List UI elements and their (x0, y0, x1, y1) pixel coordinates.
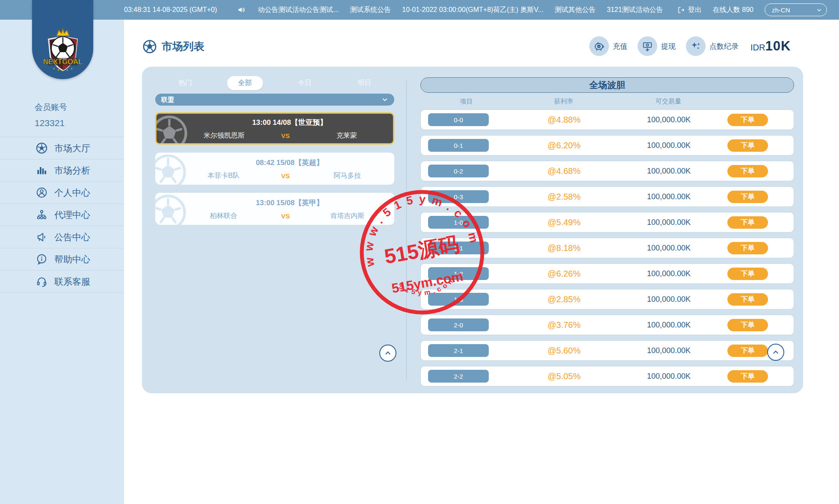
sidebar-item-label: 联系客服 (54, 276, 90, 288)
match-time-league: 13:00 14/08【世亚预】 (195, 118, 384, 127)
place-order-button[interactable]: 下单 (727, 139, 768, 152)
server-time: 03:48:31 14-08-2025 (GMT+0) (124, 0, 217, 20)
place-order-button[interactable]: 下单 (727, 242, 768, 254)
member-account-id: 123321 (35, 118, 67, 128)
odds-row: 1-3 @2.85% 100,000.00K 下单 (420, 289, 794, 309)
profit-rate: @4.88% (513, 115, 615, 125)
home-team: 柏林联合 (181, 212, 266, 221)
odds-row: 0-0 @4.88% 100,000.00K 下单 (420, 109, 794, 130)
announcement-item: 动公告测试活动公告测试... (258, 6, 339, 15)
header-action-label: 充值 (613, 41, 627, 51)
sidebar-item[interactable]: 市场大厅 (0, 137, 124, 159)
place-order-button[interactable]: 下单 (727, 370, 768, 383)
place-order-button[interactable]: 下单 (727, 114, 768, 126)
page-title: 市场列表 (143, 39, 204, 53)
market-tab-label: 明日 (346, 76, 382, 90)
header-action[interactable]: 提现 (638, 36, 676, 56)
market-tab[interactable]: 明日 (334, 76, 394, 90)
scroll-top-button-right[interactable] (767, 344, 784, 361)
header-actions: 充值 提现 点数纪录 IDR10K (589, 36, 791, 56)
place-order-button[interactable]: 下单 (727, 216, 768, 229)
profit-rate: @2.58% (513, 192, 615, 202)
topbar: 03:48:31 14-08-2025 (GMT+0) 动公告测试活动公告测试.… (0, 0, 839, 20)
vs-label: VS (266, 132, 305, 139)
profit-rate: @8.18% (513, 243, 615, 253)
header-action-label: 点数纪录 (709, 41, 739, 51)
language-value: zh-CN (772, 6, 790, 14)
tradeable-volume: 100,000.00K (615, 295, 722, 304)
tradeable-volume: 100,000.00K (615, 346, 722, 355)
profit-rate: @6.26% (513, 269, 615, 279)
odds-row: 0-1 @6.20% 100,000.00K 下单 (420, 135, 794, 156)
league-filter-dropdown[interactable]: 联盟 (155, 94, 394, 106)
profit-rate: @4.68% (513, 166, 615, 176)
place-order-button[interactable]: 下单 (727, 293, 768, 306)
profit-rate: @3.76% (513, 320, 615, 330)
sidebar-item[interactable]: 公告中心 (0, 226, 124, 248)
market-tab-label: 热门 (167, 76, 203, 90)
sidebar-item[interactable]: 帮助中心 (0, 248, 124, 270)
place-order-button[interactable]: 下单 (727, 345, 768, 357)
odds-row: 2-2 @5.05% 100,000.00K 下单 (420, 366, 794, 386)
odds-column-headers: 项目 获利率 可交易量 (420, 97, 794, 106)
odds-row: 0-3 @2.58% 100,000.00K 下单 (420, 186, 794, 207)
football-icon (36, 142, 47, 154)
balance: IDR10K (750, 38, 791, 54)
tradeable-volume: 100,000.00K (615, 141, 722, 150)
scroll-top-button-left[interactable] (379, 345, 396, 362)
tradeable-volume: 100,000.00K (615, 269, 722, 278)
place-order-button[interactable]: 下单 (727, 191, 768, 203)
profit-rate: @5.49% (513, 218, 615, 227)
sidebar-item[interactable]: 个人中心 (0, 181, 124, 203)
match-card[interactable]: 13:00 15/08【英甲】 柏林联合 VS 肯塔吉内斯 (155, 193, 394, 225)
piggy-bank-icon (589, 36, 609, 56)
market-tabs: 热门 全部 今日 明日 (155, 76, 394, 90)
member-account-label: 会员账号 (35, 102, 67, 113)
logout-button[interactable]: 登出 (677, 6, 702, 15)
sidebar-item[interactable]: 代理中心 (0, 203, 124, 226)
announcement-item: 10-01-2022 03:00:00(GMT+8)荷乙(主) 奥斯V... (402, 6, 544, 15)
score-pill: 1-0 (428, 216, 489, 229)
place-order-button[interactable]: 下单 (727, 165, 768, 177)
odds-row: 2-1 @5.60% 100,000.00K 下单 (420, 340, 794, 361)
market-tab[interactable]: 今日 (275, 76, 335, 90)
tradeable-volume: 100,000.00K (615, 321, 722, 330)
column-header-item: 项目 (420, 97, 512, 106)
market-tab[interactable]: 全部 (215, 76, 275, 90)
odds-row: 2-0 @3.76% 100,000.00K 下单 (420, 315, 794, 335)
sidebar-item-label: 市场大厅 (54, 142, 90, 154)
sidebar-item[interactable]: 市场分析 (0, 159, 124, 181)
tradeable-volume: 100,000.00K (615, 244, 722, 253)
header-action[interactable]: 充值 (589, 36, 627, 56)
brand-logo[interactable]: NEXTGOAL (32, 0, 93, 79)
header-action-label: 提现 (661, 41, 676, 51)
match-card[interactable]: 13:00 14/08【世亚预】 米尔顿凯恩斯 VS 克莱蒙 (155, 112, 394, 144)
tradeable-volume: 100,000.00K (615, 218, 722, 227)
place-order-button[interactable]: 下单 (727, 319, 768, 331)
away-team: 克莱蒙 (305, 131, 389, 140)
score-pill: 1-3 (428, 293, 489, 306)
sidebar-item[interactable]: 联系客服 (0, 270, 124, 293)
score-pill: 0-0 (428, 113, 489, 126)
place-order-button[interactable]: 下单 (727, 268, 768, 280)
tradeable-volume: 100,000.00K (615, 192, 722, 201)
agent-network-icon (36, 209, 47, 221)
vs-label: VS (266, 212, 305, 220)
header-action[interactable]: 点数纪录 (686, 36, 739, 56)
sidebar-item-label: 个人中心 (54, 187, 90, 199)
page-title-text: 市场列表 (162, 39, 204, 53)
score-pill: 0-3 (428, 190, 489, 203)
profit-rate: @2.85% (513, 295, 615, 304)
market-tab-label: 今日 (287, 76, 322, 90)
vs-label: VS (266, 172, 305, 180)
odds-row: 1-1 @8.18% 100,000.00K 下单 (420, 238, 794, 258)
odds-panel-title: 全场波胆 (420, 77, 794, 93)
sidebar: 会员账号 123321 市场大厅 市场分析 个人中心 代理中心 公告中心 帮助中… (0, 20, 124, 504)
megaphone-icon (36, 231, 47, 243)
language-select[interactable]: zh-CN (765, 3, 827, 16)
score-pill: 0-1 (428, 139, 489, 152)
balance-currency: IDR (750, 43, 765, 53)
market-tab[interactable]: 热门 (155, 76, 215, 90)
nextgoal-crest-icon: NEXTGOAL (41, 24, 85, 79)
match-card[interactable]: 08:42 15/08【英超】 本菲卡B队 VS 阿马多拉 (155, 153, 394, 185)
